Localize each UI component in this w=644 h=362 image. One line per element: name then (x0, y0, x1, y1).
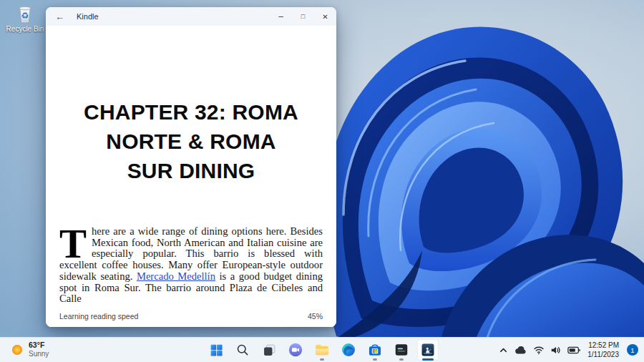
chat-icon (288, 342, 303, 358)
chapter-heading-line: SUR DINING (46, 156, 336, 185)
active-indicator (422, 358, 434, 361)
kindle-app-icon (420, 342, 436, 358)
running-indicator (373, 358, 377, 361)
wifi-icon[interactable] (533, 344, 545, 356)
reading-speed-status: Learning reading speed (59, 312, 138, 321)
onedrive-cloud-icon[interactable] (514, 346, 527, 355)
weather-condition: Sunny (29, 350, 49, 359)
task-view-icon (262, 343, 277, 358)
back-arrow-icon[interactable]: ← (55, 12, 64, 21)
taskbar-clock[interactable]: 12:52 PM 1/11/2023 (587, 341, 619, 360)
body-paragraph: There are a wide range of dining options… (59, 226, 323, 305)
clock-time: 12:52 PM (587, 341, 619, 351)
file-explorer-button[interactable] (311, 339, 333, 361)
close-button[interactable]: ✕ (314, 7, 336, 26)
chevron-up-icon[interactable] (498, 345, 509, 356)
windows-start-icon (209, 343, 224, 358)
edge-button[interactable] (338, 339, 359, 361)
system-tray: 12:52 PM 1/11/2023 1 (498, 338, 638, 362)
notification-badge[interactable]: 1 (627, 344, 638, 356)
desktop[interactable]: ♻ Recycle Bin ← Kindle – □ ✕ CHAPTER 32:… (0, 0, 644, 362)
window-title: Kindle (77, 12, 99, 21)
recycle-glyph-icon: ♻ (21, 11, 29, 20)
edge-icon (341, 342, 356, 358)
progress-percent: 45% (308, 312, 323, 321)
task-view-button[interactable] (258, 339, 280, 361)
recycle-bin-shortcut[interactable]: ♻ Recycle Bin (4, 3, 46, 33)
volume-icon[interactable] (550, 345, 562, 356)
terminal-icon (394, 342, 409, 358)
reader-page[interactable]: CHAPTER 32: ROMA NORTE & ROMA SUR DINING… (46, 26, 336, 327)
search-button[interactable] (232, 339, 253, 361)
maximize-button[interactable]: □ (292, 7, 314, 26)
microsoft-store-icon (367, 342, 383, 358)
chapter-heading: CHAPTER 32: ROMA NORTE & ROMA SUR DINING (46, 97, 336, 185)
kindle-window: ← Kindle – □ ✕ CHAPTER 32: ROMA NORTE & … (46, 7, 336, 327)
file-explorer-icon (314, 342, 330, 358)
chat-button[interactable] (285, 339, 306, 361)
search-icon (235, 343, 250, 357)
window-titlebar[interactable]: ← Kindle – □ ✕ (46, 7, 336, 26)
start-button[interactable] (205, 339, 227, 361)
weather-widget[interactable]: 63°F Sunny (6, 339, 54, 361)
weather-temperature: 63°F (29, 341, 49, 350)
chapter-heading-line: CHAPTER 32: ROMA (46, 97, 336, 127)
running-indicator (320, 358, 324, 361)
minimize-button[interactable]: – (270, 7, 292, 26)
mercado-medellin-link[interactable]: Mercado Medellín (137, 270, 215, 282)
sun-icon (11, 344, 23, 356)
terminal-button[interactable] (391, 339, 412, 361)
microsoft-store-button[interactable] (364, 339, 386, 361)
running-indicator (399, 358, 404, 361)
taskbar-app-icons (205, 339, 439, 361)
recycle-bin-label: Recycle Bin (6, 25, 44, 33)
kindle-app-button[interactable] (417, 339, 439, 361)
taskbar: 63°F Sunny (0, 337, 644, 362)
chapter-heading-line: NORTE & ROMA (46, 127, 336, 156)
drop-cap: T (59, 228, 87, 260)
battery-icon[interactable] (567, 346, 580, 354)
reader-statusbar: Learning reading speed 45% (59, 312, 323, 321)
clock-date: 1/11/2023 (587, 350, 619, 360)
window-controls: – □ ✕ (270, 7, 336, 26)
